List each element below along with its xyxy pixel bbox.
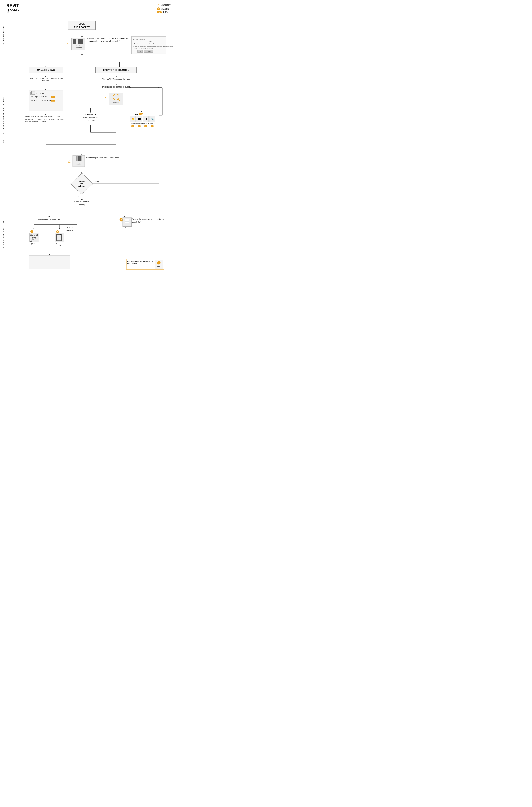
svg-marker-60 bbox=[45, 114, 47, 115]
svg-text:*Schedules, families and param: *Schedules, families and parameters are … bbox=[133, 46, 173, 47]
svg-text:PRO: PRO bbox=[140, 114, 143, 115]
brand-version: V0 bbox=[6, 11, 19, 13]
svg-text:?: ? bbox=[158, 262, 159, 264]
mandatory-label: Mandatory bbox=[161, 4, 171, 6]
svg-rect-130 bbox=[80, 156, 81, 161]
brand-revit: REVIT bbox=[6, 3, 19, 8]
svg-text:✏: ✏ bbox=[59, 233, 61, 235]
svg-rect-10 bbox=[75, 39, 75, 44]
svg-text:?: ? bbox=[152, 126, 153, 127]
svg-rect-13 bbox=[78, 39, 79, 44]
svg-marker-38 bbox=[45, 66, 47, 67]
svg-text:MANUALLY: MANUALLY bbox=[85, 113, 96, 116]
svg-text:🏗: 🏗 bbox=[144, 117, 147, 120]
svg-rect-174 bbox=[32, 238, 33, 239]
pro-label: PRO bbox=[163, 11, 168, 14]
svg-text:Codify: Codify bbox=[76, 163, 81, 165]
svg-text:Ok: Ok bbox=[139, 51, 141, 53]
svg-rect-168 bbox=[32, 235, 33, 236]
svg-rect-167 bbox=[31, 240, 32, 241]
svg-text:Fromwork: Fromwork bbox=[142, 122, 149, 124]
svg-rect-125 bbox=[75, 156, 75, 161]
side-labels: PREPARE THE PROJECT CREATE THE FORMWORK/… bbox=[0, 16, 6, 279]
svg-text:MANAGE VIEWS: MANAGE VIEWS bbox=[37, 69, 55, 71]
question-icon: ? bbox=[157, 7, 160, 10]
svg-text:QR Code: QR Code bbox=[31, 243, 37, 245]
svg-text:💥: 💥 bbox=[131, 117, 135, 121]
svg-text:PRO: PRO bbox=[52, 100, 54, 101]
svg-rect-128 bbox=[78, 156, 79, 161]
svg-text:?: ? bbox=[121, 219, 122, 221]
optional-label: Optional bbox=[161, 7, 169, 10]
svg-text:✓ View Templates: ✓ View Templates bbox=[149, 43, 158, 45]
svg-marker-83 bbox=[90, 111, 91, 113]
svg-text:🗺: 🗺 bbox=[138, 117, 140, 120]
svg-text:✓ Schedules *: ✓ Schedules * bbox=[133, 41, 141, 42]
side-label-create: CREATE THE FORMWORK/SCAFFOLDING SOLUTION bbox=[0, 55, 6, 186]
svg-text:?: ? bbox=[139, 126, 140, 127]
svg-text:With ULMA Construction familie: With ULMA Construction families bbox=[102, 78, 130, 80]
svg-text:👁: 👁 bbox=[31, 99, 33, 102]
svg-rect-11 bbox=[75, 39, 76, 44]
svg-rect-129 bbox=[79, 156, 80, 161]
svg-text:Personalize the solution throu: Personalize the solution through: bbox=[102, 86, 130, 88]
svg-text:?: ? bbox=[31, 231, 32, 233]
svg-text:Maintain View Filters: Maintain View Filters bbox=[34, 99, 51, 102]
legend-optional-row: ? Optional bbox=[157, 7, 171, 10]
svg-rect-166 bbox=[36, 234, 37, 235]
legend-block: ⚠ Mandatory ? Optional PRO PRO bbox=[157, 3, 171, 14]
svg-marker-158 bbox=[59, 228, 60, 229]
svg-text:?: ? bbox=[145, 126, 146, 127]
pro-badge: PRO bbox=[157, 12, 162, 13]
svg-marker-144 bbox=[81, 199, 83, 200]
svg-text:OPEN: OPEN bbox=[79, 23, 85, 25]
flow-area: OPEN THE PROJECT ⚠ T bbox=[6, 16, 176, 279]
svg-marker-70 bbox=[130, 87, 132, 89]
svg-rect-165 bbox=[31, 234, 32, 235]
svg-rect-16 bbox=[81, 39, 82, 44]
svg-text:the: the bbox=[80, 182, 83, 185]
svg-text:Export CSV: Export CSV bbox=[123, 227, 131, 229]
svg-rect-172 bbox=[34, 237, 35, 238]
svg-text:Selected elements will be over: Selected elements will be overwritten. bbox=[133, 48, 153, 49]
svg-rect-49 bbox=[32, 91, 35, 94]
svg-text:⚠: ⚠ bbox=[104, 96, 107, 100]
content-area: PREPARE THE PROJECT CREATE THE FORMWORK/… bbox=[0, 16, 176, 279]
svg-text:THE PROJECT: THE PROJECT bbox=[74, 26, 90, 28]
svg-text:CREATE THE SOLUTION: CREATE THE SOLUTION bbox=[103, 69, 129, 71]
svg-marker-74 bbox=[115, 92, 117, 93]
svg-text:Modify: Modify bbox=[79, 180, 85, 182]
svg-text:PRO: PRO bbox=[52, 96, 54, 98]
svg-rect-175 bbox=[34, 239, 34, 240]
svg-text:Grafsystem: Grafsystem bbox=[135, 122, 143, 124]
svg-marker-40 bbox=[119, 66, 120, 67]
svg-text:Browser: Browser bbox=[113, 102, 119, 103]
svg-marker-67 bbox=[115, 84, 117, 85]
side-label-prepare: PREPARE THE PROJECT bbox=[0, 16, 6, 55]
svg-text:🔩: 🔩 bbox=[151, 117, 154, 121]
svg-text:YES: YES bbox=[95, 181, 99, 183]
svg-text:Transfer: Transfer bbox=[76, 45, 81, 47]
page-header: REVIT PROCESS V0 ⚠ Mandatory ? Optional … bbox=[0, 0, 176, 16]
svg-rect-14 bbox=[79, 39, 80, 44]
svg-rect-171 bbox=[32, 237, 34, 238]
svg-rect-176 bbox=[35, 238, 36, 239]
svg-marker-6 bbox=[81, 36, 83, 38]
svg-rect-9 bbox=[73, 39, 74, 44]
svg-rect-131 bbox=[81, 156, 82, 161]
svg-text:✓ Filters: ✓ Filters bbox=[149, 41, 153, 42]
svg-text:?: ? bbox=[132, 126, 133, 127]
svg-rect-124 bbox=[74, 156, 75, 161]
svg-text:Sheet: Sheet bbox=[58, 245, 62, 247]
svg-text:⚠: ⚠ bbox=[67, 42, 70, 45]
svg-text:Standards: Standards bbox=[75, 47, 82, 49]
svg-text:📊: 📊 bbox=[125, 219, 129, 223]
legend-mandatory-row: ⚠ Mandatory bbox=[157, 3, 171, 6]
brand-block: REVIT PROCESS V0 bbox=[3, 3, 19, 13]
svg-rect-173 bbox=[35, 237, 36, 238]
side-label-obtain: OBTAIN PROJECT'S DELIVERABLES bbox=[0, 186, 6, 279]
svg-marker-149 bbox=[49, 216, 50, 218]
legend-pro-row: PRO PRO bbox=[157, 11, 171, 14]
svg-marker-121 bbox=[81, 154, 83, 155]
svg-marker-151 bbox=[124, 216, 126, 218]
